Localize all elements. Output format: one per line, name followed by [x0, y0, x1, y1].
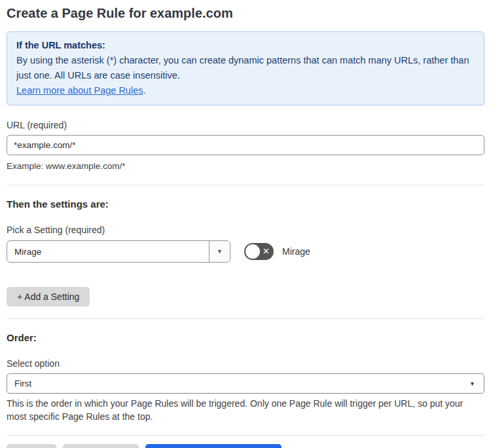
cancel-button[interactable]: Cancel [7, 444, 56, 448]
page-title: Create a Page Rule for example.com [7, 5, 484, 22]
url-match-info-box: If the URL matches: By using the asteris… [7, 31, 484, 105]
info-box-heading: If the URL matches: [16, 38, 475, 53]
order-section-heading: Order: [7, 331, 484, 344]
setting-dropdown[interactable]: Mirage ▼ [7, 240, 230, 263]
mirage-toggle[interactable]: ✕ [244, 243, 274, 260]
save-as-draft-button[interactable]: Save as Draft [63, 444, 139, 448]
chevron-down-icon: ▼ [469, 381, 484, 387]
chevron-down-icon: ▼ [217, 248, 223, 255]
info-box-body: By using the asterisk (*) character, you… [16, 53, 475, 83]
info-box-link-row: Learn more about Page Rules. [16, 83, 475, 98]
toggle-knob [245, 244, 260, 259]
setting-dropdown-arrow-button[interactable]: ▼ [209, 241, 230, 262]
divider [7, 318, 484, 319]
divider [7, 185, 484, 185]
save-and-deploy-button[interactable]: Save and Deploy Page Rule [145, 444, 282, 448]
pick-setting-label: Pick a Setting (required) [7, 225, 484, 235]
setting-dropdown-value: Mirage [7, 247, 209, 257]
create-page-rule-form: Create a Page Rule for example.com If th… [0, 5, 491, 448]
toggle-off-x-icon: ✕ [263, 243, 270, 260]
link-suffix-text: . [143, 85, 145, 96]
add-setting-button[interactable]: + Add a Setting [7, 287, 90, 307]
order-select[interactable]: First ▼ [7, 373, 484, 394]
learn-more-link[interactable]: Learn more about Page Rules [16, 85, 143, 96]
order-select-label: Select option [7, 358, 484, 369]
toggle-label: Mirage [282, 246, 310, 257]
settings-section-heading: Then the settings are: [7, 198, 484, 210]
order-hint: This is the order in which your Page Rul… [7, 397, 471, 423]
url-example-hint: Example: www.example.com/* [7, 160, 484, 173]
setting-row: Mirage ▼ ✕ Mirage [7, 240, 484, 263]
url-label: URL (required) [7, 120, 484, 130]
form-actions: Cancel Save as Draft Save and Deploy Pag… [7, 444, 484, 448]
order-select-value: First [7, 379, 469, 388]
divider [7, 435, 484, 436]
url-input[interactable] [7, 135, 484, 155]
